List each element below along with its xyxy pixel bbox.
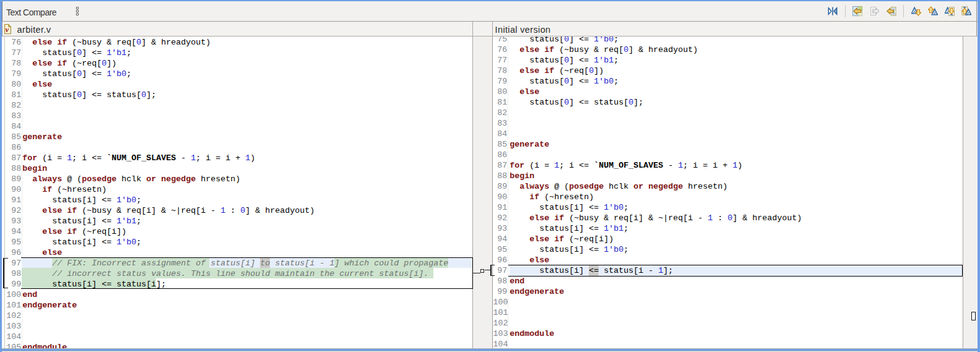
svg-text:v: v [6, 25, 9, 33]
